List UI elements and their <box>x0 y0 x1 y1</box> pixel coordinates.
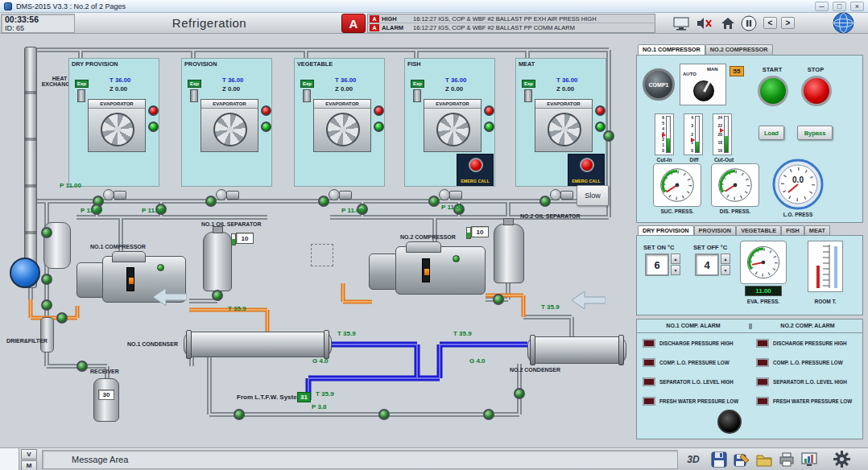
stop-button[interactable] <box>801 76 832 106</box>
valve-icon[interactable] <box>483 409 494 420</box>
expansion-valve-icon[interactable] <box>524 89 532 102</box>
room-meat[interactable]: MEAT Exp T 36.00 Z 0.00 EVAPORATOR EMERG… <box>515 58 606 187</box>
emergency-call-button[interactable] <box>469 158 483 172</box>
save-button[interactable] <box>709 451 730 468</box>
next-page-button[interactable]: > <box>781 17 795 29</box>
valve-icon[interactable] <box>41 227 52 238</box>
mute-button[interactable] <box>695 16 714 31</box>
alarm-row[interactable]: A ALARM 16:12:27 IGS, COP & WBF #2 BALLA… <box>368 23 655 32</box>
room-dry-provision[interactable]: DRY PROVISION Exp T 36.00 Z 0.00 EVAPORA… <box>68 58 159 187</box>
room-provision[interactable]: PROVISION Exp T 36.00 Z 0.00 EVAPORATOR <box>181 58 272 187</box>
alarm-ack-button[interactable]: A <box>341 14 366 33</box>
cut-in-label: Cut-In <box>648 157 680 163</box>
evaporator-unit[interactable]: EVAPORATOR <box>200 99 258 152</box>
valve-icon[interactable] <box>56 312 68 324</box>
increment-button[interactable]: ▲ <box>721 254 730 264</box>
valve-icon[interactable] <box>603 130 614 142</box>
evaporator-unit[interactable]: EVAPORATOR <box>424 99 482 152</box>
valve-icon[interactable] <box>212 290 223 301</box>
tab-no2-compressor[interactable]: NO.2 COMPRESSOR <box>705 44 773 55</box>
valve-icon[interactable] <box>76 361 88 372</box>
room-pump[interactable] <box>550 188 574 201</box>
valve-icon[interactable] <box>41 299 52 311</box>
valve-icon[interactable] <box>514 388 525 399</box>
pump-icon[interactable] <box>10 258 40 288</box>
dial-icon <box>712 164 758 206</box>
maximize-button[interactable]: □ <box>833 2 846 11</box>
condenser-2[interactable] <box>527 336 626 364</box>
decrement-button[interactable]: ▼ <box>721 265 730 275</box>
screens-button[interactable] <box>672 16 691 31</box>
pause-button[interactable] <box>739 16 758 31</box>
room-pump[interactable] <box>329 188 353 201</box>
settings-button[interactable] <box>831 450 852 468</box>
exp-valve-label: Exp <box>522 80 535 88</box>
view-button[interactable]: V <box>21 449 37 460</box>
prev-page-button[interactable]: < <box>763 17 777 29</box>
message-area[interactable]: Message Area <box>42 450 678 469</box>
load-button[interactable]: Load <box>758 126 784 140</box>
alarm-lamp-red <box>484 105 494 116</box>
valve-icon[interactable] <box>428 196 440 207</box>
room-pump[interactable] <box>439 188 463 201</box>
mode-button[interactable]: M <box>21 460 37 470</box>
valve-icon[interactable] <box>41 274 52 285</box>
condenser-1[interactable] <box>184 332 332 357</box>
room-fish[interactable]: FISH Exp T 36.00 Z 0.00 EVAPORATOR EMERG… <box>404 58 495 187</box>
valve-icon[interactable] <box>234 409 245 420</box>
alarm-row[interactable]: A HIGH 16:12:27 IGS, COP & WBF #2 BALLAS… <box>368 14 655 23</box>
increment-button[interactable]: ▲ <box>671 254 680 264</box>
expansion-valve-icon[interactable] <box>77 89 85 102</box>
home-button[interactable] <box>718 16 738 31</box>
compressor-2[interactable] <box>369 241 486 299</box>
receiver-vessel[interactable] <box>93 378 119 422</box>
close-button[interactable]: × <box>850 2 864 11</box>
app-icon <box>4 2 12 10</box>
expansion-valve-icon[interactable] <box>190 89 198 102</box>
evaporator-unit[interactable]: EVAPORATOR <box>313 99 371 152</box>
room-setpoint: Z 0.00 <box>445 85 463 93</box>
room-pump[interactable] <box>216 188 240 201</box>
save-as-button[interactable] <box>731 451 752 468</box>
comp1-button[interactable]: COMP1 <box>643 68 675 101</box>
selector-knob-icon[interactable] <box>693 80 714 101</box>
oil-separator-1[interactable] <box>203 232 232 291</box>
decrement-button[interactable]: ▼ <box>671 265 680 275</box>
room-pump[interactable] <box>103 188 127 201</box>
bypass-button[interactable]: Bypass <box>797 126 833 140</box>
valve-icon[interactable] <box>493 294 504 305</box>
evaporator-unit[interactable]: EVAPORATOR <box>535 99 593 152</box>
slow-button[interactable]: Slow <box>577 185 609 206</box>
valve-icon[interactable] <box>539 196 551 207</box>
valve-icon[interactable] <box>378 409 390 420</box>
room-vegetable[interactable]: VEGETABLE Exp T 36.00 Z 0.00 EVAPORATOR <box>294 58 385 187</box>
alarm-level: ALARM <box>382 24 411 31</box>
valve-icon[interactable] <box>205 196 217 207</box>
oil-separator-2[interactable] <box>494 224 524 283</box>
heat-exchanger[interactable] <box>24 47 37 288</box>
alarm-label: DISCHARGE PRESSURE HIGH <box>659 340 734 346</box>
trend-chart-button[interactable] <box>799 451 820 468</box>
minimize-button[interactable]: ─ <box>815 2 829 11</box>
expansion-valve-icon[interactable] <box>413 89 421 102</box>
gear-icon <box>833 450 851 468</box>
valve-icon[interactable] <box>318 196 329 207</box>
open-folder-button[interactable] <box>754 451 775 468</box>
emergency-call-button[interactable] <box>580 158 594 172</box>
print-button[interactable] <box>776 451 797 468</box>
exp-valve-label: Exp <box>300 80 314 88</box>
alarm-indicator <box>643 358 655 367</box>
message-area-label: Message Area <box>72 455 128 464</box>
emergency-call-label: EMERG CALL <box>457 179 493 183</box>
tab-no1-compressor[interactable]: NO.1 COMPRESSOR <box>638 44 705 55</box>
expansion-valve-icon[interactable] <box>303 89 311 102</box>
start-button[interactable] <box>758 76 788 106</box>
drier-filter[interactable] <box>40 317 54 352</box>
threed-view-button[interactable]: 3D <box>683 451 704 468</box>
thermometer-icon <box>808 241 842 291</box>
buzzer-button[interactable] <box>717 410 742 434</box>
alarm-row: FRESH WATER PRESSURE LOW FRESH WATER PRE… <box>637 397 864 408</box>
evaporator-unit[interactable]: EVAPORATOR <box>88 99 146 152</box>
mode-selector[interactable]: AUTO MAN <box>680 64 726 105</box>
window-titlebar: DMS-2015 V3.3 : No.2 of 2 Pages ─ □ × <box>0 0 868 13</box>
